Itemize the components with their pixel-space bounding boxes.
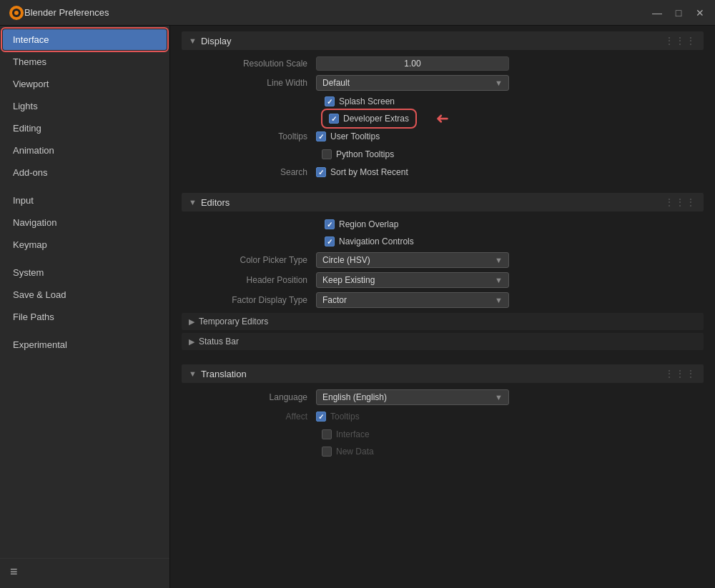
close-button[interactable]: ✕ bbox=[694, 6, 706, 19]
sidebar-item-interface[interactable]: Interface bbox=[3, 29, 167, 50]
navigation-controls-checkbox-wrapper[interactable]: ✓ Navigation Controls bbox=[325, 236, 414, 246]
developer-extras-row: ✓ Developer Extras ➜ bbox=[182, 110, 704, 127]
navigation-controls-row: ✓ Navigation Controls bbox=[182, 233, 704, 250]
translation-section-dots: ⋮⋮⋮ bbox=[664, 368, 696, 379]
affect-interface-checkbox-wrapper[interactable]: Interface bbox=[322, 429, 370, 439]
temporary-editors-header[interactable]: ▶ Temporary Editors bbox=[182, 313, 704, 330]
resolution-scale-row: Resolution Scale bbox=[182, 54, 704, 73]
sidebar-bottom: ≡ bbox=[0, 558, 169, 585]
sidebar-item-lights[interactable]: Lights bbox=[3, 96, 167, 116]
resolution-scale-control bbox=[316, 56, 698, 71]
sort-recent-label: Sort by Most Recent bbox=[330, 167, 408, 177]
translation-section-title: Translation bbox=[201, 369, 664, 379]
splash-screen-check-icon: ✓ bbox=[327, 98, 332, 106]
affect-tooltips-check-icon: ✓ bbox=[318, 413, 324, 421]
sidebar-item-navigation[interactable]: Navigation bbox=[3, 212, 167, 233]
sidebar-item-system[interactable]: System bbox=[3, 262, 167, 283]
sort-recent-checkbox[interactable]: ✓ bbox=[316, 167, 326, 177]
sidebar-item-experimental[interactable]: Experimental bbox=[3, 334, 167, 355]
line-width-row: Line Width Default ▼ bbox=[182, 73, 704, 93]
affect-label: Affect bbox=[187, 412, 316, 422]
tooltips-label: Tooltips bbox=[187, 131, 316, 141]
region-overlap-checkbox-wrapper[interactable]: ✓ Region Overlap bbox=[325, 219, 398, 229]
python-tooltips-checkbox[interactable] bbox=[322, 149, 332, 159]
factor-display-value: Factor bbox=[322, 295, 347, 305]
editors-collapse-icon: ▼ bbox=[189, 198, 197, 206]
navigation-controls-checkbox[interactable]: ✓ bbox=[325, 236, 335, 246]
region-overlap-checkbox[interactable]: ✓ bbox=[325, 219, 335, 229]
window-controls: — □ ✕ bbox=[651, 6, 706, 19]
window-title: Blender Preferences bbox=[24, 7, 651, 18]
affect-tooltips-label: Tooltips bbox=[330, 412, 360, 422]
editors-section-title: Editors bbox=[201, 197, 664, 208]
factor-display-row: Factor Display Type Factor ▼ bbox=[182, 290, 704, 310]
region-overlap-label: Region Overlap bbox=[339, 219, 398, 229]
affect-interface-checkbox[interactable] bbox=[322, 429, 332, 439]
resolution-scale-label: Resolution Scale bbox=[187, 59, 316, 69]
color-picker-control: Circle (HSV) ▼ bbox=[316, 252, 698, 268]
temporary-editors-label: Temporary Editors bbox=[199, 317, 268, 327]
blender-logo-icon bbox=[9, 5, 24, 21]
affect-new-data-checkbox-wrapper[interactable]: New Data bbox=[322, 447, 374, 457]
display-section: ▼ Display ⋮⋮⋮ Resolution Scale Line Widt… bbox=[170, 26, 715, 187]
user-tooltips-checkbox[interactable]: ✓ bbox=[316, 131, 326, 141]
sidebar: Interface Themes Viewport Lights Editing… bbox=[0, 26, 170, 588]
editors-section: ▼ Editors ⋮⋮⋮ ✓ Region Overlap ✓ bbox=[170, 187, 715, 359]
region-overlap-row: ✓ Region Overlap bbox=[182, 216, 704, 233]
display-section-header[interactable]: ▼ Display ⋮⋮⋮ bbox=[182, 31, 704, 50]
language-dropdown[interactable]: English (English) ▼ bbox=[316, 389, 509, 405]
color-picker-dropdown[interactable]: Circle (HSV) ▼ bbox=[316, 252, 509, 268]
user-tooltips-label: User Tooltips bbox=[330, 131, 380, 141]
affect-new-data-label: New Data bbox=[336, 447, 374, 457]
affect-new-data-checkbox[interactable] bbox=[322, 447, 332, 457]
status-bar-label: Status Bar bbox=[199, 337, 239, 347]
navigation-controls-check-icon: ✓ bbox=[327, 238, 332, 246]
affect-tooltips-checkbox-wrapper[interactable]: ✓ Tooltips bbox=[316, 412, 698, 422]
header-position-dropdown[interactable]: Keep Existing ▼ bbox=[316, 272, 509, 288]
factor-display-dropdown-arrow: ▼ bbox=[495, 296, 503, 304]
user-tooltips-checkbox-wrapper[interactable]: ✓ User Tooltips bbox=[316, 131, 698, 141]
sidebar-item-input[interactable]: Input bbox=[3, 190, 167, 211]
minimize-button[interactable]: — bbox=[651, 6, 664, 19]
sort-recent-check-icon: ✓ bbox=[318, 169, 324, 176]
line-width-dropdown-arrow: ▼ bbox=[495, 79, 503, 87]
developer-extras-label: Developer Extras bbox=[343, 114, 409, 124]
splash-screen-checkbox[interactable]: ✓ bbox=[325, 96, 335, 106]
translation-collapse-icon: ▼ bbox=[189, 369, 197, 378]
color-picker-row: Color Picker Type Circle (HSV) ▼ bbox=[182, 250, 704, 270]
sidebar-item-addons[interactable]: Add-ons bbox=[3, 162, 167, 183]
affect-tooltips-row: Affect ✓ Tooltips bbox=[182, 407, 704, 426]
search-label: Search bbox=[187, 167, 316, 177]
maximize-button[interactable]: □ bbox=[672, 6, 685, 19]
tooltips-control: ✓ User Tooltips bbox=[316, 131, 698, 141]
sidebar-item-editing[interactable]: Editing bbox=[3, 118, 167, 139]
language-value: English (English) bbox=[322, 392, 387, 402]
developer-extras-checkbox-wrapper[interactable]: ✓ Developer Extras bbox=[329, 114, 409, 124]
affect-tooltips-checkbox[interactable]: ✓ bbox=[316, 412, 326, 422]
line-width-dropdown[interactable]: Default ▼ bbox=[316, 75, 509, 91]
sidebar-item-themes[interactable]: Themes bbox=[3, 51, 167, 72]
sidebar-item-keymap[interactable]: Keymap bbox=[3, 234, 167, 255]
sidebar-item-save-load[interactable]: Save & Load bbox=[3, 284, 167, 305]
python-tooltips-checkbox-wrapper[interactable]: Python Tooltips bbox=[322, 149, 394, 159]
search-row: Search ✓ Sort by Most Recent bbox=[182, 163, 704, 181]
sort-recent-checkbox-wrapper[interactable]: ✓ Sort by Most Recent bbox=[316, 167, 698, 177]
language-row: Language English (English) ▼ bbox=[182, 387, 704, 407]
color-picker-dropdown-arrow: ▼ bbox=[495, 256, 503, 264]
factor-display-dropdown[interactable]: Factor ▼ bbox=[316, 292, 509, 308]
splash-screen-checkbox-wrapper[interactable]: ✓ Splash Screen bbox=[325, 96, 395, 106]
developer-extras-checkbox[interactable]: ✓ bbox=[329, 114, 339, 124]
status-bar-header[interactable]: ▶ Status Bar bbox=[182, 333, 704, 350]
hamburger-menu-icon[interactable]: ≡ bbox=[10, 564, 18, 579]
region-overlap-check-icon: ✓ bbox=[327, 221, 332, 229]
editors-section-header[interactable]: ▼ Editors ⋮⋮⋮ bbox=[182, 193, 704, 211]
resolution-scale-input[interactable] bbox=[316, 56, 509, 71]
sidebar-item-viewport[interactable]: Viewport bbox=[3, 74, 167, 94]
sidebar-item-file-paths[interactable]: File Paths bbox=[3, 307, 167, 327]
sidebar-item-animation[interactable]: Animation bbox=[3, 140, 167, 161]
header-position-value: Keep Existing bbox=[322, 275, 375, 285]
splash-screen-row: ✓ Splash Screen bbox=[182, 93, 704, 110]
status-bar-expand-icon: ▶ bbox=[189, 337, 194, 347]
python-tooltips-label: Python Tooltips bbox=[336, 149, 394, 159]
translation-section-header[interactable]: ▼ Translation ⋮⋮⋮ bbox=[182, 364, 704, 383]
